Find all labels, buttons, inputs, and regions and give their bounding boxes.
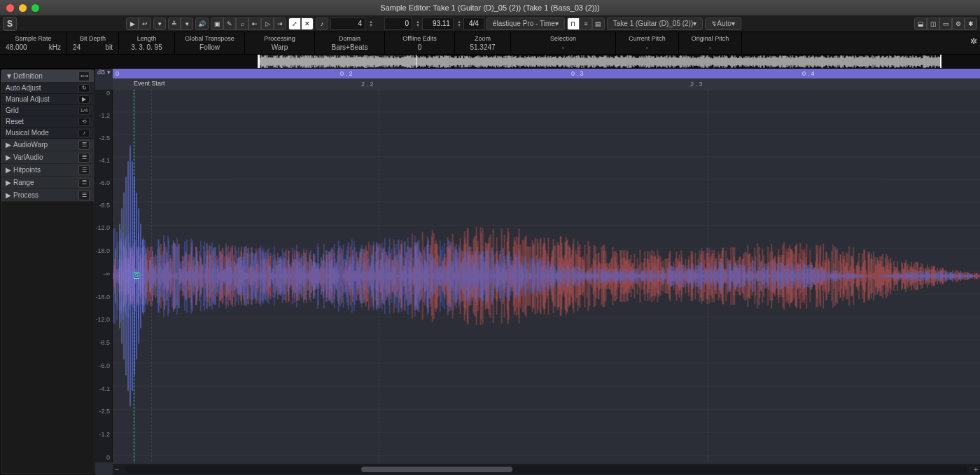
definition-item-3[interactable]: Reset⟲ [1, 116, 94, 128]
scrub-tool[interactable]: ⇥ [274, 18, 286, 30]
processing-label: Processing [251, 35, 309, 42]
item-icon[interactable]: ↻ [78, 84, 90, 92]
definition-item-1[interactable]: Manual Adjust▶ [1, 94, 94, 105]
section-label: AudioWarp [13, 141, 48, 149]
setup-button[interactable]: ✱ [965, 18, 977, 30]
db-mark: -6.0 [99, 362, 110, 369]
clip-select[interactable]: Take 1 (Guitar (D)_05 (2))▾ [607, 18, 703, 30]
db-mark: -18.0 [95, 294, 110, 301]
section-icon[interactable]: ☰ [78, 140, 90, 150]
current-pitch-value: - [646, 43, 648, 51]
erase-tool[interactable]: ✎ [223, 18, 236, 30]
range-tool[interactable]: ⇤ [248, 18, 261, 30]
info-settings-icon[interactable]: ✲ [970, 36, 977, 46]
show-range-button[interactable]: ▤ [592, 18, 605, 30]
section-range[interactable]: ▶Range☰ [1, 177, 94, 189]
section-process[interactable]: ▶Process☰ [1, 189, 94, 202]
scroll-track[interactable] [125, 466, 967, 473]
window-titlebar: Sample Editor: Take 1 (Guitar (D)_05 (2)… [0, 0, 980, 15]
sample-rate-value: 48.000 [6, 43, 27, 51]
db-mark: 0 [106, 90, 110, 97]
time-ruler[interactable]: 00 . 20 . 30 . 4 [113, 69, 980, 78]
definition-item-4[interactable]: Musical Mode♪ [1, 128, 94, 139]
length-value: 3. 3. 0. 95 [131, 43, 162, 51]
item-icon[interactable]: ⟲ [78, 118, 90, 126]
item-label: Manual Adjust [6, 95, 50, 103]
global-transpose-value: Follow [200, 43, 220, 51]
waveform-editor: dB ▾ 00 . 20 . 30 . 4 Event Start2 . 22 … [95, 69, 980, 475]
definition-section[interactable]: ▼Definition⟷ [1, 70, 94, 83]
definition-icon[interactable]: ⟷ [78, 71, 90, 81]
window-layout-2[interactable]: ◫ [927, 18, 939, 30]
section-label: Range [13, 179, 34, 186]
section-variaudio[interactable]: ▶VariAudio☰ [1, 151, 94, 164]
zoom-value: 51.3247 [470, 43, 495, 51]
db-mark: -4.1 [99, 385, 110, 392]
section-hitpoints[interactable]: ▶Hitpoints☰ [1, 164, 94, 177]
zoom-out-icon[interactable]: − [113, 465, 121, 474]
show-audio-button[interactable]: ⊓ [567, 18, 580, 30]
velocity-value[interactable]: 0 [384, 18, 412, 30]
tempo-value[interactable]: 93.11 [422, 18, 454, 30]
section-icon[interactable]: ☰ [78, 153, 90, 163]
horizontal-scrollbar[interactable]: − + [113, 464, 980, 475]
section-icon[interactable]: ☰ [78, 165, 90, 175]
event-start-label: Event Start [134, 80, 165, 87]
bars-tick: 2 . 2 [361, 81, 374, 88]
time-signature[interactable]: 4/4 [463, 18, 484, 30]
db-header[interactable]: dB ▾ [95, 69, 111, 77]
zoom-tool[interactable]: ⌕ [236, 18, 248, 30]
note-button[interactable]: ♪ [316, 18, 328, 30]
zoom-in-icon[interactable]: + [972, 465, 980, 474]
overview-waveform[interactable] [0, 55, 980, 69]
bars-tick: 2 . 3 [690, 81, 703, 88]
stepper-icon[interactable]: ▲▼ [416, 20, 420, 27]
window-layout-1[interactable]: ⬓ [914, 18, 927, 30]
definition-item-2[interactable]: Grid1/4 [1, 105, 94, 116]
global-transpose-label: Global Transpose [181, 35, 239, 42]
draw-tool[interactable]: ▣ [211, 18, 223, 30]
audition-button[interactable]: 🔊 [195, 18, 209, 30]
db-mark: -4.1 [99, 157, 110, 164]
snap-button[interactable]: ≛ [168, 18, 181, 30]
db-scale: 0-1.2-2.5-4.1-6.0-8.5-12.0-18.0-∞-18.0-1… [95, 90, 113, 462]
warp-reset-button[interactable]: ✕ [301, 18, 314, 30]
waveform-display[interactable]: S [113, 90, 980, 462]
overview-selection[interactable] [259, 55, 416, 68]
settings-button[interactable]: ⚙ [952, 18, 965, 30]
original-pitch-label: Original Pitch [685, 35, 736, 42]
snap-point-marker[interactable]: S [134, 272, 139, 279]
stepper-icon[interactable]: ▲▼ [369, 20, 373, 27]
show-regions-button[interactable]: ≡ [580, 18, 592, 30]
item-label: Auto Adjust [6, 84, 41, 92]
snap-menu[interactable]: ▾ [181, 18, 193, 30]
algorithm-select[interactable]: élastique Pro - Time▾ [486, 18, 565, 30]
section-icon[interactable]: ☰ [78, 191, 90, 200]
play-button[interactable]: ▶ [126, 18, 139, 30]
transport-menu[interactable]: ▾ [153, 18, 166, 30]
autoscroll-button[interactable]: ↯ Auto ▾ [705, 18, 741, 30]
db-mark: -8.5 [99, 339, 110, 346]
solo-editor-button[interactable]: S [3, 17, 17, 31]
quantize-value[interactable]: 4 [330, 18, 365, 30]
db-mark: -18.0 [95, 247, 110, 254]
db-mark: -2.5 [99, 135, 110, 142]
section-icon[interactable]: ☰ [78, 178, 90, 188]
db-mark: -6.0 [99, 179, 110, 186]
free-warp-button[interactable]: ⤢ [288, 18, 301, 30]
selection-value: - [562, 43, 564, 51]
item-icon[interactable]: ♪ [78, 129, 90, 137]
bars-ruler[interactable]: Event Start2 . 22 . 3 [113, 78, 980, 90]
section-audiowarp[interactable]: ▶AudioWarp☰ [1, 139, 94, 151]
play-tool[interactable]: ▷ [261, 18, 274, 30]
loop-button[interactable]: ↩ [139, 18, 151, 30]
item-icon[interactable]: ▶ [78, 95, 90, 104]
bit-depth-unit: bit [105, 43, 113, 51]
stepper-icon[interactable]: ▲▼ [457, 20, 461, 27]
domain-label: Domain [321, 35, 379, 42]
window-layout-3[interactable]: ▭ [939, 18, 952, 30]
domain-value: Bars+Beats [332, 43, 368, 51]
scroll-thumb[interactable] [361, 467, 513, 472]
definition-item-0[interactable]: Auto Adjust↻ [1, 83, 94, 94]
item-icon[interactable]: 1/4 [78, 106, 90, 115]
